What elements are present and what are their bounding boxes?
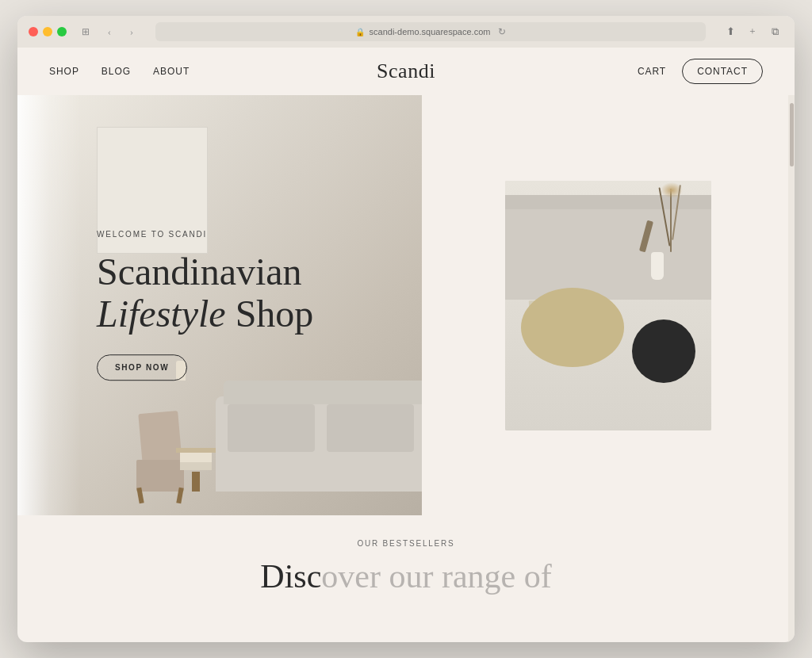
back-button[interactable]: ‹: [102, 24, 117, 40]
hero-heading-italic: Lifestyle: [97, 293, 226, 335]
book-decoration-1: [180, 453, 212, 462]
site-navigation: SHOP BLOG ABOUT Scandi CART CONTACT: [17, 48, 795, 95]
nav-left: SHOP BLOG ABOUT: [49, 66, 190, 77]
curtain-decoration: [17, 95, 81, 515]
traffic-lights: [29, 27, 67, 36]
bg-sofa: [505, 205, 711, 300]
nav-shop[interactable]: SHOP: [49, 66, 79, 77]
bestsellers-label: OUR BESTSELLERS: [49, 539, 763, 548]
below-hero-section: OUR BESTSELLERS Discover our range of: [17, 515, 795, 603]
product-vase: [651, 252, 664, 280]
hero-section: WELCOME TO SCANDI Scandinavian Lifestyle…: [17, 95, 795, 515]
site-logo[interactable]: Scandi: [377, 59, 435, 83]
tabs-icon[interactable]: ⧉: [766, 23, 783, 40]
url-text: scandi-demo.squarespace.com: [370, 27, 491, 36]
browser-actions: ⬆ + ⧉: [722, 23, 783, 40]
website-wrapper: SHOP BLOG ABOUT Scandi CART CONTACT: [17, 48, 795, 642]
hero-heading-line1: Scandinavian: [97, 251, 302, 293]
forward-button[interactable]: ›: [124, 24, 140, 40]
contact-button[interactable]: CONTACT: [682, 59, 763, 84]
black-side-table: [632, 319, 695, 383]
main-content: WELCOME TO SCANDI Scandinavian Lifestyle…: [17, 95, 795, 603]
close-button[interactable]: [29, 27, 38, 36]
shop-now-button[interactable]: SHOP NOW: [97, 354, 187, 381]
hero-image-left: WELCOME TO SCANDI Scandinavian Lifestyle…: [17, 95, 422, 515]
browser-chrome: ⊞ ‹ › 🔒 scandi-demo.squarespace.com ↻ ⬆ …: [17, 16, 795, 48]
section-heading-cursor: over our range of: [321, 558, 551, 595]
pampas-grass-1: [670, 189, 672, 252]
product-image: [505, 181, 711, 430]
side-table-decoration: [176, 448, 216, 492]
nav-right: CART CONTACT: [638, 59, 763, 84]
address-bar[interactable]: 🔒 scandi-demo.squarespace.com ↻: [155, 22, 706, 41]
hero-heading-normal: Shop: [226, 293, 314, 335]
hero-text-overlay: WELCOME TO SCANDI Scandinavian Lifestyle…: [97, 230, 313, 381]
sofa-cushion-left: [228, 404, 315, 452]
scrollbar[interactable]: [788, 95, 795, 642]
hero-right-panel: [422, 95, 795, 515]
fullscreen-button[interactable]: [57, 27, 67, 36]
cart-link[interactable]: CART: [638, 66, 666, 77]
book-decoration-2: [180, 462, 212, 470]
refresh-icon[interactable]: ↻: [498, 26, 506, 37]
share-icon[interactable]: ⬆: [722, 23, 739, 40]
window-view-icon[interactable]: ⊞: [76, 22, 95, 41]
coffee-table: [521, 288, 624, 367]
welcome-text: WELCOME TO SCANDI: [97, 230, 313, 239]
lock-icon: 🔒: [355, 28, 365, 36]
section-heading-text: Disc: [260, 558, 321, 595]
sofa-cushion-right: [327, 404, 414, 452]
website: SHOP BLOG ABOUT Scandi CART CONTACT: [17, 48, 795, 603]
scrollbar-thumb[interactable]: [790, 103, 794, 166]
hero-heading: Scandinavian Lifestyle Shop: [97, 251, 313, 335]
product-scene: [505, 181, 711, 430]
table-leg: [192, 472, 200, 492]
nav-blog[interactable]: BLOG: [102, 66, 131, 77]
nav-about[interactable]: ABOUT: [153, 66, 190, 77]
minimize-button[interactable]: [43, 27, 52, 36]
sofa-decoration: [216, 396, 422, 492]
section-heading: Discover our range of: [49, 557, 763, 595]
new-tab-icon[interactable]: +: [744, 23, 761, 40]
